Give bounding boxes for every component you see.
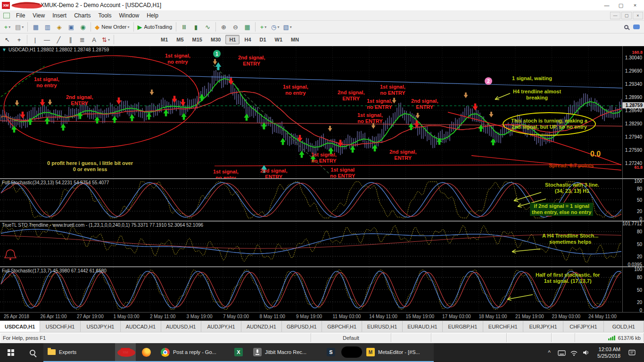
timeframe-h4-button[interactable]: H4	[240, 35, 255, 44]
profiles-button[interactable]: ▤▾	[14, 22, 25, 32]
profile-selector[interactable]: Default	[311, 333, 391, 342]
chart-candles-button[interactable]: ▮	[190, 22, 201, 32]
menu-charts[interactable]: Charts	[70, 11, 94, 20]
timeframe-w1-button[interactable]: W1	[271, 35, 287, 44]
network-icon[interactable]	[570, 343, 578, 362]
child-minimize-button[interactable]: —	[610, 12, 620, 19]
minimize-button[interactable]: —	[600, 0, 614, 10]
timeframe-m1-button[interactable]: M1	[157, 35, 172, 44]
truetl-scale[interactable]: 101.77128050200.0395	[622, 222, 644, 266]
chart-line-button[interactable]: ∿	[202, 22, 213, 32]
stochastic2-canvas[interactable]	[0, 267, 622, 312]
channel-button[interactable]: ∥	[65, 34, 76, 45]
taskbar-firefox-button[interactable]	[136, 343, 157, 362]
stochastic-pane-2[interactable]: Full Stochastic(17,13,7) 45.3980 67.1442…	[0, 267, 644, 312]
taskbar-search-button[interactable]	[22, 343, 43, 362]
templates-button[interactable]: ▧▾	[281, 22, 293, 32]
text-button[interactable]: A	[89, 34, 99, 45]
close-button[interactable]: ×	[628, 0, 642, 10]
chart-tab-gbpusd[interactable]: GBPUSD,H1	[282, 321, 322, 332]
stochastic1-scale[interactable]: 1008050200	[622, 179, 644, 221]
tile-windows-button[interactable]: ▦	[242, 22, 253, 32]
chart-tab-usdcad[interactable]: USDCAD,H1	[0, 321, 40, 332]
search-icon[interactable]	[624, 25, 628, 29]
touch-keyboard-icon[interactable]	[557, 343, 566, 362]
child-restore-button[interactable]: ▢	[621, 12, 632, 19]
chart-tab-euraud[interactable]: EURAUD,H1	[403, 321, 443, 332]
community-chat-icon[interactable]	[633, 25, 640, 29]
menu-file[interactable]: File	[12, 11, 29, 20]
fibonacci-button[interactable]: ≣	[77, 34, 88, 45]
menu-help[interactable]: Help	[143, 11, 162, 20]
periods-button[interactable]: ◷▾	[270, 22, 281, 32]
taskbar-xm-button[interactable]: XM	[115, 343, 136, 362]
zoom-out-button[interactable]: ⊖	[230, 22, 241, 32]
main-chart-pane[interactable]: ▼USDCAD,H1 1.28802 1.28802 1.28748 1.287…	[0, 46, 644, 178]
timeframe-m15-button[interactable]: M15	[189, 35, 206, 44]
chart-tab-audusd[interactable]: AUDUSD,H1	[161, 321, 201, 332]
taskbar-jitbit-button[interactable]: Jitbit Macro Rec...	[249, 343, 321, 362]
menu-tools[interactable]: Tools	[95, 11, 116, 20]
chart-tab-audjpy[interactable]: AUDJPY,H1	[201, 321, 241, 332]
taskbar-clock[interactable]: 12:03 AM 5/25/2018	[594, 346, 624, 360]
chart-bars-button[interactable]: |||	[179, 22, 190, 32]
time-axis[interactable]: 25 Apr 201826 Apr 11:0027 Apr 19:001 May…	[0, 312, 644, 321]
chart-tab-eurchf[interactable]: EURCHF,H1	[483, 321, 523, 332]
chart-tab-usdjpy[interactable]: USDJPY,H1	[81, 321, 121, 332]
zoom-in-button[interactable]: ⊕	[218, 22, 229, 32]
terminal-button[interactable]: ▣	[66, 22, 76, 32]
navigator-button[interactable]: ◈	[54, 22, 65, 32]
taskbar-excel-button[interactable]: X	[228, 343, 249, 362]
chart-tab-gold[interactable]: GOLD,H1	[604, 321, 644, 332]
child-close-button[interactable]: ×	[633, 12, 643, 19]
chart-tab-eurgbp[interactable]: EURGBP,H1	[443, 321, 483, 332]
menu-view[interactable]: View	[29, 11, 49, 20]
menu-insert[interactable]: Insert	[49, 11, 70, 20]
collapse-arrow-icon[interactable]: ▼	[2, 47, 7, 52]
crosshair-button[interactable]: +	[14, 34, 25, 45]
tray-expand-icon[interactable]: ^	[545, 343, 553, 362]
stochastic1-canvas[interactable]	[0, 179, 622, 221]
maximize-button[interactable]: ▢	[614, 0, 628, 10]
chart-tab-gbpchf[interactable]: GBPCHF,H1	[322, 321, 362, 332]
chart-tab-audcad[interactable]: AUDCAD,H1	[121, 321, 161, 332]
timeframe-d1-button[interactable]: D1	[256, 35, 270, 44]
chrome-icon	[161, 348, 170, 357]
timeframe-m5-button[interactable]: M5	[173, 35, 187, 44]
action-center-icon[interactable]	[627, 343, 636, 362]
timeframe-m30-button[interactable]: M30	[207, 35, 224, 44]
autotrading-button[interactable]: ▶AutoTrading	[136, 22, 174, 32]
chart-tab-eurjpy[interactable]: EURJPY,H1	[523, 321, 563, 332]
menu-window[interactable]: Window	[116, 11, 143, 20]
stochastic2-scale[interactable]: 1008050200	[622, 267, 644, 312]
strategy-tester-button[interactable]: ◉	[77, 22, 88, 32]
taskbar-s-app-button[interactable]: S	[321, 343, 341, 362]
data-window-button[interactable]: ▥	[42, 22, 53, 32]
stochastic-pane-1[interactable]: Full Stochastic(34,23,13) 54.2231 54.575…	[0, 179, 644, 221]
timeframe-h1-button[interactable]: H1	[225, 35, 239, 44]
market-watch-button[interactable]: ▦	[30, 22, 41, 32]
cursor-button[interactable]: ↖	[2, 34, 13, 45]
truetl-canvas[interactable]	[0, 222, 622, 266]
chart-tab-chfjpy[interactable]: CHFJPY,H1	[563, 321, 603, 332]
volume-icon[interactable]	[582, 343, 590, 362]
indicators-button[interactable]: +▾	[258, 22, 269, 32]
vertical-line-button[interactable]: |	[30, 34, 41, 45]
arrows-style-button[interactable]: ⇅▾	[100, 34, 111, 45]
taskbar-start-button[interactable]	[0, 343, 22, 362]
chart-tab-audnzd[interactable]: AUDNZD,H1	[241, 321, 281, 332]
new-order-button[interactable]: ◆New Order▾	[93, 22, 131, 32]
trendline-button[interactable]: ╱	[53, 34, 64, 45]
price-chart-canvas[interactable]	[0, 46, 622, 178]
taskbar-explorer-button[interactable]: Experts	[43, 343, 115, 362]
taskbar-redacted-button[interactable]	[341, 343, 362, 362]
taskbar-metaeditor-button[interactable]: MMetaEditor - [#S...	[362, 343, 434, 362]
timeframe-mn-button[interactable]: MN	[287, 35, 303, 44]
taskbar-chrome-button[interactable]: Post a reply - Go...	[157, 343, 228, 362]
truetl-pane[interactable]: TrueTL STO Trendline - www.truetl.com - …	[0, 222, 644, 266]
price-scale[interactable]: 160.8 61.8 1.28759 1.300401.296901.29340…	[622, 46, 644, 178]
new-chart-button[interactable]: +▾	[2, 22, 13, 32]
horizontal-line-button[interactable]: —	[41, 34, 52, 45]
chart-tab-usdchf[interactable]: USDCHF,H1	[40, 321, 80, 332]
chart-tab-eurusd[interactable]: EURUSD,H1	[362, 321, 402, 332]
